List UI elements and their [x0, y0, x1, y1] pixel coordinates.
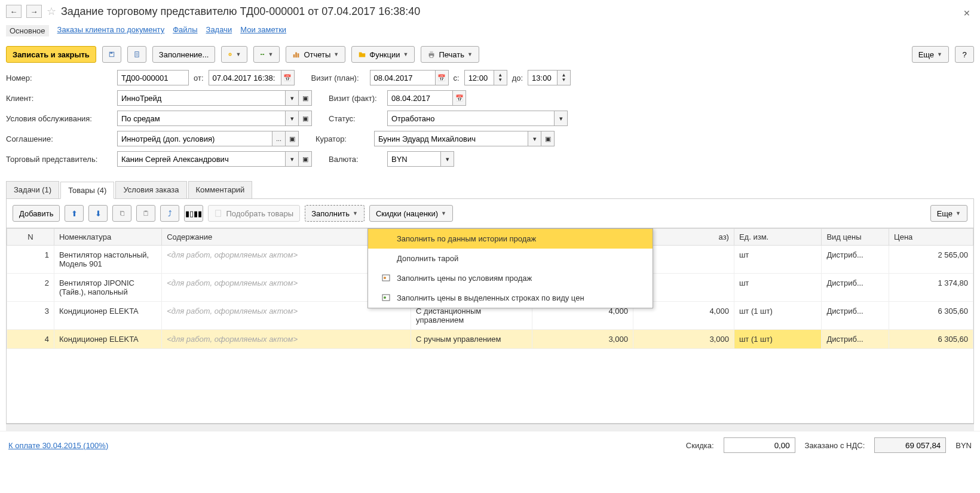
- calendar-button[interactable]: 📅: [281, 70, 295, 85]
- dropdown-button[interactable]: ▾: [286, 90, 299, 106]
- cell-price[interactable]: 6 305,60: [889, 302, 973, 330]
- tab-tasks[interactable]: Задачи (1): [6, 181, 59, 198]
- number-input[interactable]: [117, 70, 189, 85]
- split-button[interactable]: ⤴: [160, 205, 179, 222]
- close-button[interactable]: ✕: [963, 8, 970, 18]
- discount-input[interactable]: [724, 437, 795, 453]
- post-button[interactable]: [127, 46, 146, 63]
- currency-input[interactable]: [387, 151, 441, 167]
- cell-price[interactable]: 6 305,60: [889, 330, 973, 349]
- reports-button[interactable]: Отчеты▼: [286, 46, 345, 63]
- from-time-input[interactable]: [464, 70, 494, 85]
- cell-nomenclature[interactable]: Вентилятор JIPONIC (Тайв.), напольный: [54, 274, 161, 302]
- curator-input[interactable]: [374, 131, 528, 146]
- nav-forward-button[interactable]: →: [26, 5, 42, 18]
- cell-price-type[interactable]: Дистриб...: [822, 330, 889, 349]
- discounts-button[interactable]: Скидки (наценки) ▼: [369, 205, 453, 222]
- cell-characteristic[interactable]: С ручным управлением: [411, 330, 532, 349]
- cell-n[interactable]: 4: [7, 330, 54, 349]
- cell-price-type[interactable]: Дистриб...: [822, 274, 889, 302]
- create-based-button[interactable]: ▼: [221, 46, 247, 63]
- copy-button[interactable]: [112, 205, 131, 222]
- tab-order-conditions[interactable]: Условия заказа: [115, 181, 186, 198]
- menu-fill-history[interactable]: Заполнить по данным истории продаж: [368, 229, 653, 249]
- link-button[interactable]: ▼: [253, 46, 280, 63]
- cell-nomenclature[interactable]: Вентилятор настольный, Модель 901: [54, 246, 161, 274]
- open-button[interactable]: ▣: [286, 131, 299, 146]
- col-n[interactable]: N: [7, 229, 54, 246]
- rep-input[interactable]: [117, 151, 286, 167]
- print-button[interactable]: Печать▼: [421, 46, 479, 63]
- save-close-button[interactable]: Записать и закрыть: [6, 46, 96, 63]
- barcode-button[interactable]: ▮▯▮▮: [184, 205, 203, 222]
- nav-tab-notes[interactable]: Мои заметки: [240, 25, 286, 36]
- spinner-button[interactable]: ▲▼: [494, 70, 507, 85]
- cell-unit[interactable]: шт (1 шт): [734, 302, 821, 330]
- to-time-input[interactable]: [528, 70, 558, 85]
- cell-nomenclature[interactable]: Кондиционер ELEKTA: [54, 330, 161, 349]
- dropdown-button[interactable]: ▾: [528, 131, 541, 146]
- menu-fill-prices-selected[interactable]: Заполнить цены в выделенных строках по в…: [368, 288, 653, 308]
- payment-link[interactable]: К оплате 30.04.2015 (100%): [8, 441, 108, 450]
- nav-back-button[interactable]: ←: [6, 5, 22, 18]
- client-input[interactable]: [117, 90, 286, 106]
- col-nomenclature[interactable]: Номенклатура: [54, 229, 161, 246]
- menu-fill-prices-conditions[interactable]: Заполнить цены по условиям продаж: [368, 268, 653, 288]
- dropdown-button[interactable]: ▾: [286, 111, 299, 126]
- tab-goods[interactable]: Товары (4): [60, 182, 114, 199]
- cell-price[interactable]: 2 565,00: [889, 246, 973, 274]
- horizontal-scrollbar[interactable]: [6, 424, 974, 431]
- cell-qty[interactable]: 3,000: [532, 330, 633, 349]
- move-up-button[interactable]: ⬆: [65, 205, 84, 222]
- cell-content[interactable]: <для работ, оформляемых актом>: [162, 330, 411, 349]
- status-input[interactable]: [387, 111, 555, 126]
- nav-tab-files[interactable]: Файлы: [173, 25, 197, 36]
- pick-goods-button[interactable]: Подобрать товары: [208, 205, 300, 222]
- open-button[interactable]: ▣: [299, 90, 312, 106]
- open-button[interactable]: ▣: [541, 131, 555, 146]
- save-button[interactable]: [102, 46, 121, 63]
- help-button[interactable]: ?: [955, 46, 974, 63]
- dropdown-button[interactable]: ▾: [286, 151, 299, 167]
- agreement-input[interactable]: [117, 131, 272, 146]
- add-row-button[interactable]: Добавить: [13, 205, 60, 222]
- cell-n[interactable]: 1: [7, 246, 54, 274]
- cell-nomenclature[interactable]: Кондиционер ELEKTA: [54, 302, 161, 330]
- dropdown-button[interactable]: ▾: [555, 111, 568, 126]
- open-button[interactable]: ▣: [299, 111, 312, 126]
- cell-unit[interactable]: шт: [734, 274, 821, 302]
- functions-button[interactable]: Функции▼: [351, 46, 415, 63]
- from-date-input[interactable]: [209, 70, 281, 85]
- menu-fill-tare[interactable]: Дополнить тарой: [368, 249, 653, 268]
- calendar-button[interactable]: 📅: [453, 90, 466, 106]
- cell-n[interactable]: 2: [7, 274, 54, 302]
- paste-button[interactable]: [136, 205, 155, 222]
- dropdown-button[interactable]: ▾: [441, 151, 454, 167]
- nav-tab-main[interactable]: Основное: [6, 25, 49, 36]
- open-button[interactable]: ▣: [299, 151, 312, 167]
- col-price[interactable]: Цена: [889, 229, 973, 246]
- service-input[interactable]: [117, 111, 286, 126]
- cell-unit[interactable]: шт: [734, 246, 821, 274]
- fill-dropdown-button[interactable]: Заполнить ▼: [305, 205, 365, 222]
- table-more-button[interactable]: Еще ▼: [930, 205, 967, 222]
- cell-unit[interactable]: шт (1 шт): [734, 330, 821, 349]
- fill-button[interactable]: Заполнение...: [152, 46, 216, 63]
- cell-price-type[interactable]: Дистриб...: [822, 302, 889, 330]
- more-button[interactable]: Еще▼: [912, 46, 949, 63]
- cell-price-type[interactable]: Дистриб...: [822, 246, 889, 274]
- move-down-button[interactable]: ⬇: [88, 205, 108, 222]
- cell-n[interactable]: 3: [7, 302, 54, 330]
- ellipsis-button[interactable]: ...: [272, 131, 286, 146]
- favorite-star-icon[interactable]: ☆: [47, 5, 56, 18]
- tab-comment[interactable]: Комментарий: [188, 181, 253, 198]
- col-unit[interactable]: Ед. изм.: [734, 229, 821, 246]
- visit-fact-date-input[interactable]: [387, 90, 453, 106]
- visit-plan-date-input[interactable]: [370, 70, 436, 85]
- cell-ordered[interactable]: 3,000: [633, 330, 734, 349]
- calendar-button[interactable]: 📅: [436, 70, 449, 85]
- table-row[interactable]: 4Кондиционер ELEKTA<для работ, оформляем…: [7, 330, 973, 349]
- nav-tab-orders[interactable]: Заказы клиента по документу: [57, 25, 165, 36]
- spinner-button[interactable]: ▲▼: [558, 70, 571, 85]
- cell-price[interactable]: 1 374,80: [889, 274, 973, 302]
